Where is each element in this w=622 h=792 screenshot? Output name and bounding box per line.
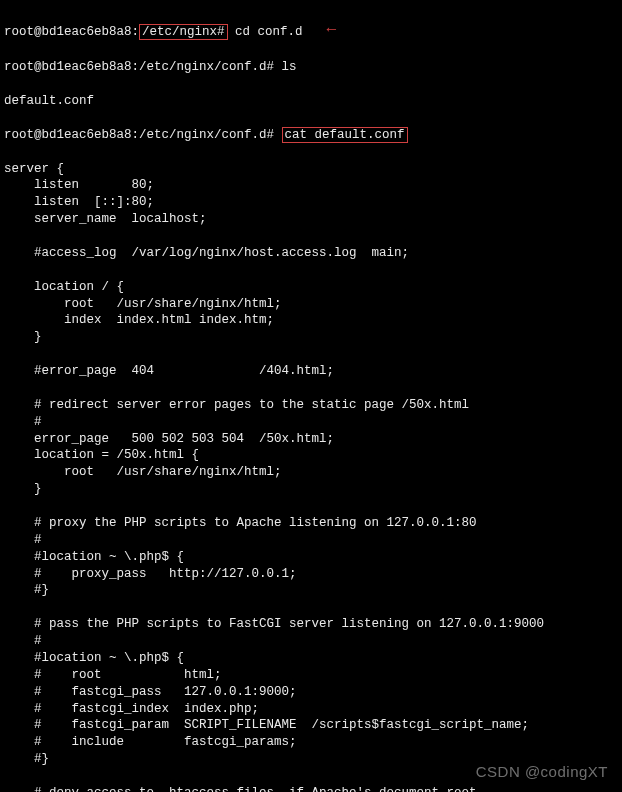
arrow-icon: ← — [327, 21, 337, 39]
cmd-ls: ls — [282, 60, 297, 74]
ls-output: default.conf — [4, 93, 618, 110]
prompt-line-2: root@bd1eac6eb8a8:/etc/nginx/conf.d# ls — [4, 59, 618, 76]
config-file-content: server { listen 80; listen [::]:80; serv… — [4, 162, 544, 792]
user-host: root@bd1eac6eb8a8 — [4, 25, 132, 39]
path-confd: /etc/nginx/conf.d# — [139, 60, 274, 74]
terminal-output[interactable]: root@bd1eac6eb8a8:/etc/nginx# cd conf.d←… — [4, 4, 618, 792]
prompt-line-3: root@bd1eac6eb8a8:/etc/nginx/conf.d# cat… — [4, 127, 618, 144]
user-host: root@bd1eac6eb8a8 — [4, 60, 132, 74]
watermark: CSDN @codingXT — [476, 762, 608, 782]
user-host: root@bd1eac6eb8a8 — [4, 128, 132, 142]
path-highlight-box: /etc/nginx# — [139, 24, 228, 40]
path-confd: /etc/nginx/conf.d# — [139, 128, 274, 142]
cmd-cat-highlight-box: cat default.conf — [282, 127, 408, 143]
prompt-line-1: root@bd1eac6eb8a8:/etc/nginx# cd conf.d← — [4, 21, 618, 43]
cmd-cd: cd conf.d — [235, 25, 303, 39]
